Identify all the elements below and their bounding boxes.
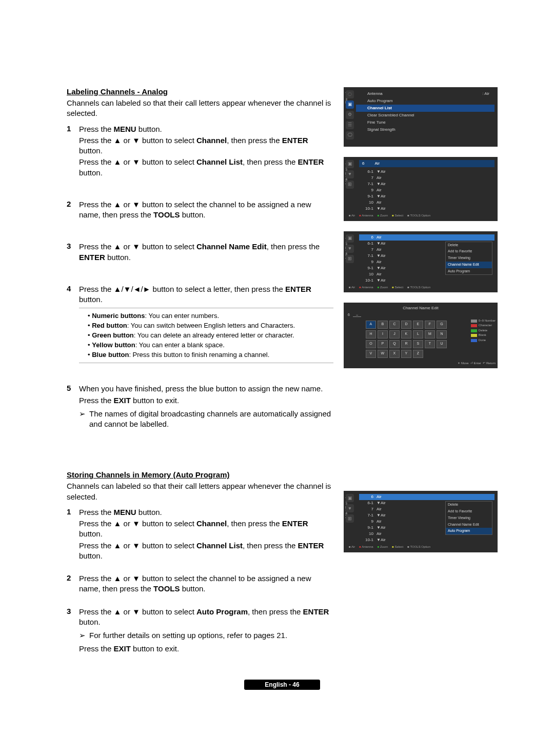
menu-icon: ♥ [346, 170, 354, 178]
popup-item: Timer Viewing [446, 255, 492, 262]
labeling-section: Labeling Channels - Analog Channels can … [67, 87, 498, 450]
legend-row: Done [471, 339, 496, 343]
t: Zoom [378, 545, 388, 549]
list-row: 10-1▼Air [359, 277, 494, 284]
storing-intro: Channels can labeled so that their call … [67, 481, 333, 502]
step-number: 3 [67, 242, 79, 264]
menu-icon: 🖵 [346, 131, 354, 140]
t: ✦ Move [458, 362, 468, 365]
popup-item: Add to Favorite [446, 248, 492, 255]
step-1: 1 Press the MENU button. Press the ▲ or … [67, 124, 333, 179]
t: Select [392, 214, 403, 218]
screenshot-name-edit: Channel Name Edit 6 -- ABCDEFGHIJKLMNOPQ… [344, 303, 498, 368]
popup-item: Add to Favorite [446, 508, 492, 515]
key: T [425, 340, 435, 348]
step-3: 3 Press the ▲ or ▼ button to select Auto… [67, 607, 333, 655]
t: ENTER [298, 157, 324, 166]
kb-title: Channel Name Edit [346, 306, 496, 311]
t: TOOLS Option [407, 545, 430, 549]
key: C [389, 321, 400, 329]
t: Zoom [378, 286, 388, 290]
t: , then press the [227, 136, 282, 145]
step-body: Press the ▲ or ▼ button to select the ch… [79, 200, 333, 222]
key: Z [413, 350, 423, 358]
tools-popup: DeleteAdd to FavoriteTimer ViewingChanne… [445, 242, 492, 275]
t: Auto Program [196, 607, 248, 616]
list-row: 6-1▼Air [359, 169, 494, 175]
key: R [401, 340, 411, 348]
menu-icon: ♥ [346, 504, 354, 512]
t: Antenna [359, 286, 373, 290]
menu-item: Auto Program [356, 97, 494, 105]
storing-heading: Storing Channels in Memory (Auto Program… [67, 470, 333, 479]
t: Channel List [196, 541, 243, 550]
list-row: 10-1▼Air [359, 537, 494, 543]
key: J [389, 330, 400, 339]
t: ENTER [285, 285, 311, 293]
key: L [413, 330, 423, 339]
screenshot-channel-list: Added Channels ▣ ♥ ⊞ 6Air 6-1▼Air7Air7-1… [344, 157, 498, 221]
menu-item: Signal Strength [356, 126, 494, 133]
screenshot-channel-menu: Channel ◌ ▣ ⚙ ☰ 🖵 Antenna: AirAuto Progr… [344, 87, 498, 147]
t: Numeric buttons [92, 312, 145, 320]
t: ENTER [298, 541, 324, 550]
popup-item: Delete [446, 502, 492, 508]
menu-icon: ▣ [346, 234, 354, 243]
list-row: 7Air [359, 175, 494, 181]
key: F [425, 321, 435, 329]
hints: Air Antenna Zoom Select TOOLS Option [347, 286, 494, 290]
t: 6 [348, 313, 350, 316]
key: H [366, 330, 376, 339]
step-number: 1 [67, 124, 79, 179]
step-number: 2 [67, 200, 79, 222]
t: MENU [114, 125, 136, 133]
popup-item: Delete [446, 242, 492, 249]
step-2: 2 Press the ▲ or ▼ button to select the … [67, 200, 333, 222]
menu-icon: ▣ [346, 101, 354, 109]
t: : You can enter a blank space. [135, 341, 225, 349]
step-5: 5 When you have finished, press the blue… [67, 384, 333, 429]
t: button to exit. [131, 396, 179, 405]
step-body: Press the ▲ or ▼ button to select Auto P… [79, 607, 333, 655]
step-body: Press the ▲/▼/◄/► button to select a let… [79, 284, 333, 364]
t: Press the [79, 125, 114, 133]
t: TOOLS Option [407, 214, 430, 218]
t: Press the ▲ or ▼ button to select [79, 242, 196, 251]
step-1: 1 Press the MENU button. Press the ▲ or … [67, 507, 333, 562]
t: Air [374, 161, 380, 166]
key: D [401, 321, 411, 329]
t: button. [136, 125, 162, 133]
screenshot-popup-ap: Added Channels ▣ ♥ ⊞ 6Air 6-1▼Air7Air7-1… [344, 491, 498, 552]
t: button. [79, 168, 103, 177]
legend-row: Delete [471, 329, 496, 333]
key: A [366, 321, 376, 329]
key: K [401, 330, 411, 339]
key: N [437, 330, 447, 339]
legend-row: Character [471, 324, 496, 328]
labeling-intro: Channels can labeled so that their call … [67, 98, 333, 119]
t: , then press the [248, 607, 303, 616]
storing-section: Storing Channels in Memory (Auto Program… [67, 470, 498, 666]
note-icon: ➢ [79, 409, 89, 430]
step-number: 1 [67, 507, 79, 562]
t: button. [136, 508, 162, 516]
menu-item: Antenna: Air [356, 90, 494, 97]
menu-icon: ▣ [346, 160, 354, 168]
key: E [413, 321, 423, 329]
t: ⏎ Enter [470, 362, 481, 365]
t: Air [377, 235, 392, 240]
step-body: When you have finished, press the blue b… [79, 384, 333, 429]
t: , then press the [243, 541, 298, 550]
t: Air [349, 214, 355, 218]
t: ENTER [79, 253, 105, 262]
t: button. [180, 584, 206, 593]
step-body: Press the MENU button. Press the ▲ or ▼ … [79, 507, 333, 562]
note-text: For further details on setting up option… [89, 630, 287, 641]
step-number: 2 [67, 573, 79, 595]
step-3: 3 Press the ▲ or ▼ button to select Chan… [67, 242, 333, 264]
t: Air [349, 286, 355, 290]
t: buton. [79, 618, 101, 626]
t: Press the ▲ or ▼ button to select [79, 157, 196, 166]
t: button. [105, 253, 131, 262]
t: Press the [79, 396, 114, 405]
